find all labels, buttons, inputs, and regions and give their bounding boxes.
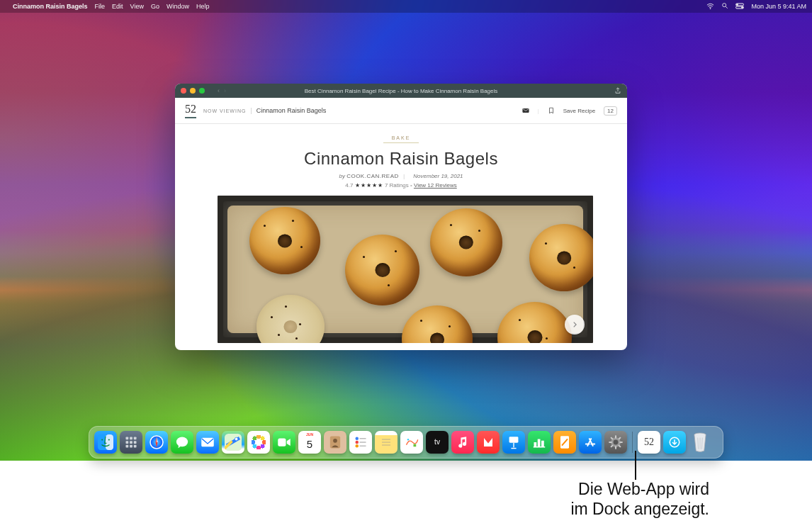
- svg-point-11: [108, 439, 110, 441]
- dock-app-contacts[interactable]: [324, 431, 346, 454]
- share-button[interactable]: [614, 84, 621, 98]
- menubar-item-help[interactable]: Help: [196, 3, 210, 10]
- svg-rect-44: [509, 437, 519, 443]
- dock-divider: [632, 432, 633, 453]
- dock-trash[interactable]: [689, 431, 711, 454]
- svg-rect-16: [130, 441, 132, 444]
- svg-rect-29: [278, 438, 286, 446]
- svg-point-34: [356, 441, 359, 444]
- dock-app-reminders[interactable]: [349, 431, 372, 454]
- dock-app-maps[interactable]: [222, 431, 244, 454]
- svg-rect-49: [541, 441, 544, 446]
- svg-point-5: [737, 4, 738, 5]
- svg-point-53: [614, 440, 619, 445]
- menubar-item-edit[interactable]: Edit: [112, 3, 123, 10]
- dock-app-tv[interactable]: tv: [426, 431, 449, 454]
- bookmark-icon[interactable]: [548, 107, 555, 114]
- recipe-hero-image: [218, 196, 593, 343]
- menubar-item-go[interactable]: Go: [151, 3, 159, 10]
- dock-app-photos[interactable]: [247, 431, 270, 454]
- dock-app-messages[interactable]: [171, 431, 193, 454]
- svg-point-32: [356, 437, 359, 441]
- callout-text: Die Web-App wird im Dock angezeigt.: [570, 480, 709, 519]
- save-recipe-button[interactable]: Save Recipe: [563, 108, 595, 114]
- nav-forward-icon[interactable]: ›: [224, 87, 226, 94]
- svg-point-36: [356, 444, 359, 448]
- dock-app-music[interactable]: [451, 431, 474, 454]
- dock-downloads-folder[interactable]: [663, 431, 686, 454]
- dock-app-pages[interactable]: [553, 431, 576, 454]
- dock-app-keynote[interactable]: [502, 431, 525, 454]
- svg-rect-20: [134, 445, 137, 448]
- svg-rect-9: [106, 434, 113, 450]
- hero-next-button[interactable]: [565, 315, 585, 335]
- svg-rect-26: [201, 438, 214, 447]
- view-reviews-link[interactable]: View 12 Reviews: [414, 182, 457, 189]
- svg-rect-47: [534, 442, 537, 446]
- svg-rect-13: [130, 437, 132, 440]
- svg-line-59: [619, 445, 621, 447]
- dock-app-news[interactable]: [477, 431, 500, 454]
- svg-line-58: [611, 437, 613, 439]
- window-titlebar[interactable]: ‹ › Best Cinnamon Raisin Bagel Recipe - …: [175, 84, 627, 98]
- dock-app-appstore[interactable]: [579, 431, 602, 454]
- dock-app-launchpad[interactable]: [120, 431, 142, 454]
- svg-point-1: [723, 4, 726, 7]
- svg-rect-19: [130, 445, 132, 448]
- svg-line-60: [611, 445, 613, 447]
- recipe-author[interactable]: COOK.CAN.READ: [346, 173, 399, 179]
- window-zoom-button[interactable]: [199, 88, 205, 94]
- svg-rect-17: [134, 441, 137, 444]
- recipe-date: November 19, 2021: [413, 173, 463, 179]
- svg-point-25: [176, 437, 188, 447]
- svg-rect-14: [134, 437, 137, 440]
- wifi-icon[interactable]: [706, 3, 714, 11]
- menu-bar: Cinnamon Raisin Bagels File Edit View Go…: [0, 0, 812, 13]
- comment-count-badge[interactable]: 12: [604, 106, 617, 116]
- ratings-count: 7 Ratings: [385, 182, 409, 189]
- dock-app-settings[interactable]: [604, 431, 627, 454]
- svg-rect-15: [126, 441, 129, 444]
- menubar-app-name[interactable]: Cinnamon Raisin Bagels: [13, 3, 88, 10]
- dock-app-safari[interactable]: [145, 431, 168, 454]
- menubar-clock[interactable]: Mon Jun 5 9:41 AM: [751, 3, 806, 10]
- email-icon[interactable]: [522, 107, 529, 114]
- site-logo[interactable]: 52: [185, 103, 196, 118]
- svg-rect-12: [126, 437, 129, 440]
- svg-rect-43: [414, 444, 417, 447]
- svg-point-10: [101, 439, 103, 441]
- svg-point-28: [235, 437, 238, 441]
- svg-point-0: [710, 8, 711, 9]
- svg-line-61: [619, 437, 621, 439]
- rating-stars-icon: ★★★★★: [355, 182, 383, 189]
- dock-webapp-food52[interactable]: 52: [638, 431, 660, 454]
- menubar-item-window[interactable]: Window: [167, 3, 189, 10]
- svg-rect-35: [360, 442, 366, 443]
- now-viewing-label: NOW VIEWING: [203, 108, 246, 113]
- svg-rect-33: [360, 438, 366, 439]
- dock-app-mail[interactable]: [196, 431, 219, 454]
- svg-rect-48: [538, 439, 541, 447]
- recipe-title: Cinnamon Raisin Bagels: [218, 149, 585, 169]
- window-close-button[interactable]: [181, 88, 186, 94]
- window-minimize-button[interactable]: [190, 88, 196, 94]
- dock-app-calendar[interactable]: JUN 5: [298, 431, 321, 454]
- dock-app-numbers[interactable]: [528, 431, 551, 454]
- now-viewing-value[interactable]: Cinnamon Raisin Bagels: [256, 107, 327, 114]
- svg-point-6: [742, 6, 743, 8]
- menubar-item-file[interactable]: File: [95, 3, 106, 10]
- dock-app-finder[interactable]: [94, 431, 117, 454]
- nav-back-icon[interactable]: ‹: [218, 87, 220, 94]
- dock-app-facetime[interactable]: [273, 431, 295, 454]
- spotlight-icon[interactable]: [721, 2, 728, 11]
- svg-line-2: [726, 6, 728, 9]
- recipe-byline: by COOK.CAN.READ | November 19, 2021: [218, 173, 585, 179]
- svg-point-31: [333, 439, 337, 443]
- menubar-item-view[interactable]: View: [130, 3, 144, 10]
- control-center-icon[interactable]: [735, 3, 744, 11]
- svg-rect-37: [360, 446, 366, 447]
- dock-app-freeform[interactable]: [400, 431, 423, 454]
- svg-rect-18: [126, 445, 129, 448]
- recipe-category[interactable]: BAKE: [383, 135, 419, 146]
- dock-app-notes[interactable]: [375, 431, 397, 454]
